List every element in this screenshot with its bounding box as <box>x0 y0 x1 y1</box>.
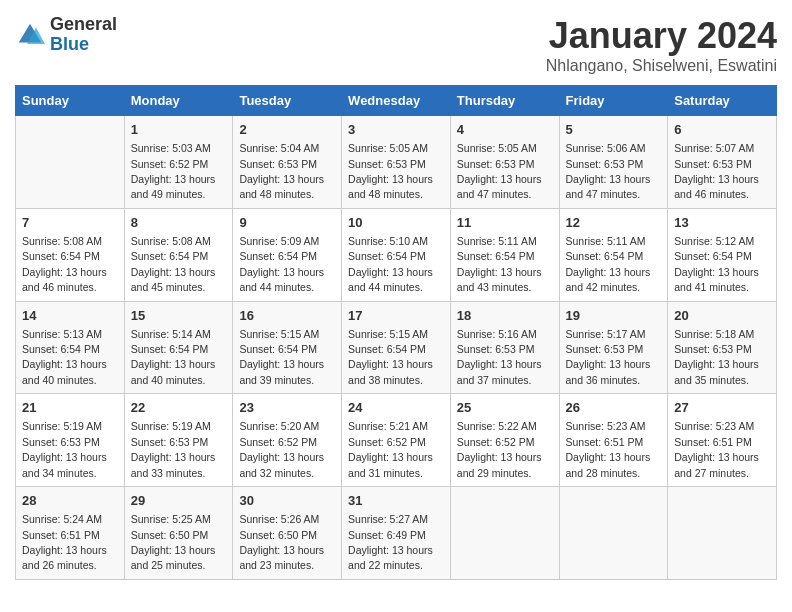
day-number: 7 <box>22 214 118 232</box>
cell-detail: Sunset: 6:54 PM <box>566 250 644 262</box>
day-number: 1 <box>131 121 227 139</box>
cell-detail: Daylight: 13 hours <box>22 358 107 370</box>
day-number: 2 <box>239 121 335 139</box>
calendar-cell: 17Sunrise: 5:15 AMSunset: 6:54 PMDayligh… <box>342 301 451 394</box>
calendar-cell: 7Sunrise: 5:08 AMSunset: 6:54 PMDaylight… <box>16 208 125 301</box>
calendar-cell: 14Sunrise: 5:13 AMSunset: 6:54 PMDayligh… <box>16 301 125 394</box>
cell-detail: Sunset: 6:54 PM <box>239 250 317 262</box>
calendar-cell: 16Sunrise: 5:15 AMSunset: 6:54 PMDayligh… <box>233 301 342 394</box>
calendar-cell: 10Sunrise: 5:10 AMSunset: 6:54 PMDayligh… <box>342 208 451 301</box>
cell-detail: Sunrise: 5:27 AM <box>348 513 428 525</box>
day-number: 26 <box>566 399 662 417</box>
cell-detail: Sunrise: 5:15 AM <box>348 328 428 340</box>
calendar-cell: 15Sunrise: 5:14 AMSunset: 6:54 PMDayligh… <box>124 301 233 394</box>
cell-detail: Daylight: 13 hours <box>131 266 216 278</box>
cell-detail: Daylight: 13 hours <box>22 266 107 278</box>
cell-detail: Sunrise: 5:11 AM <box>457 235 537 247</box>
day-number: 18 <box>457 307 553 325</box>
day-number: 14 <box>22 307 118 325</box>
calendar-cell: 12Sunrise: 5:11 AMSunset: 6:54 PMDayligh… <box>559 208 668 301</box>
day-number: 22 <box>131 399 227 417</box>
day-number: 9 <box>239 214 335 232</box>
day-number: 10 <box>348 214 444 232</box>
cell-detail: and 44 minutes. <box>348 281 423 293</box>
cell-detail: and 28 minutes. <box>566 467 641 479</box>
day-number: 8 <box>131 214 227 232</box>
cell-detail: Sunset: 6:50 PM <box>131 529 209 541</box>
calendar-week-2: 7Sunrise: 5:08 AMSunset: 6:54 PMDaylight… <box>16 208 777 301</box>
cell-detail: Sunrise: 5:14 AM <box>131 328 211 340</box>
cell-detail: Sunrise: 5:23 AM <box>566 420 646 432</box>
header-day-wednesday: Wednesday <box>342 86 451 116</box>
day-number: 31 <box>348 492 444 510</box>
cell-detail: Sunrise: 5:20 AM <box>239 420 319 432</box>
cell-detail: Daylight: 13 hours <box>348 358 433 370</box>
cell-detail: Sunrise: 5:05 AM <box>348 142 428 154</box>
calendar-table: SundayMondayTuesdayWednesdayThursdayFrid… <box>15 85 777 580</box>
title-block: January 2024 Nhlangano, Shiselweni, Eswa… <box>546 15 777 75</box>
cell-detail: Sunrise: 5:08 AM <box>131 235 211 247</box>
cell-detail: Sunset: 6:49 PM <box>348 529 426 541</box>
calendar-body: 1Sunrise: 5:03 AMSunset: 6:52 PMDaylight… <box>16 116 777 580</box>
cell-detail: Sunset: 6:54 PM <box>348 250 426 262</box>
cell-detail: Daylight: 13 hours <box>457 266 542 278</box>
cell-detail: Sunset: 6:53 PM <box>674 158 752 170</box>
calendar-cell: 25Sunrise: 5:22 AMSunset: 6:52 PMDayligh… <box>450 394 559 487</box>
cell-detail: Daylight: 13 hours <box>348 451 433 463</box>
cell-detail: Daylight: 13 hours <box>348 173 433 185</box>
cell-detail: Daylight: 13 hours <box>131 451 216 463</box>
cell-detail: Sunrise: 5:11 AM <box>566 235 646 247</box>
calendar-cell: 27Sunrise: 5:23 AMSunset: 6:51 PMDayligh… <box>668 394 777 487</box>
day-number: 3 <box>348 121 444 139</box>
calendar-cell: 6Sunrise: 5:07 AMSunset: 6:53 PMDaylight… <box>668 116 777 209</box>
calendar-cell: 31Sunrise: 5:27 AMSunset: 6:49 PMDayligh… <box>342 487 451 580</box>
cell-detail: Sunrise: 5:25 AM <box>131 513 211 525</box>
calendar-cell: 2Sunrise: 5:04 AMSunset: 6:53 PMDaylight… <box>233 116 342 209</box>
calendar-cell: 18Sunrise: 5:16 AMSunset: 6:53 PMDayligh… <box>450 301 559 394</box>
cell-detail: Sunset: 6:52 PM <box>239 436 317 448</box>
cell-detail: Sunset: 6:54 PM <box>131 343 209 355</box>
calendar-week-5: 28Sunrise: 5:24 AMSunset: 6:51 PMDayligh… <box>16 487 777 580</box>
calendar-title: January 2024 <box>546 15 777 57</box>
day-number: 25 <box>457 399 553 417</box>
cell-detail: Sunrise: 5:06 AM <box>566 142 646 154</box>
cell-detail: Sunset: 6:53 PM <box>674 343 752 355</box>
cell-detail: Sunset: 6:52 PM <box>131 158 209 170</box>
calendar-week-1: 1Sunrise: 5:03 AMSunset: 6:52 PMDaylight… <box>16 116 777 209</box>
day-number: 12 <box>566 214 662 232</box>
cell-detail: Daylight: 13 hours <box>239 451 324 463</box>
cell-detail: Daylight: 13 hours <box>22 451 107 463</box>
header-day-monday: Monday <box>124 86 233 116</box>
cell-detail: Sunset: 6:54 PM <box>22 343 100 355</box>
cell-detail: and 23 minutes. <box>239 559 314 571</box>
day-number: 28 <box>22 492 118 510</box>
calendar-week-4: 21Sunrise: 5:19 AMSunset: 6:53 PMDayligh… <box>16 394 777 487</box>
cell-detail: and 40 minutes. <box>131 374 206 386</box>
cell-detail: and 34 minutes. <box>22 467 97 479</box>
day-number: 5 <box>566 121 662 139</box>
calendar-cell: 3Sunrise: 5:05 AMSunset: 6:53 PMDaylight… <box>342 116 451 209</box>
cell-detail: Daylight: 13 hours <box>348 266 433 278</box>
cell-detail: Daylight: 13 hours <box>131 358 216 370</box>
cell-detail: and 43 minutes. <box>457 281 532 293</box>
cell-detail: Sunset: 6:53 PM <box>457 343 535 355</box>
logo-general-text: General <box>50 15 117 35</box>
cell-detail: and 47 minutes. <box>566 188 641 200</box>
cell-detail: and 27 minutes. <box>674 467 749 479</box>
cell-detail: and 49 minutes. <box>131 188 206 200</box>
cell-detail: Sunrise: 5:21 AM <box>348 420 428 432</box>
page-header: General Blue January 2024 Nhlangano, Shi… <box>15 15 777 75</box>
cell-detail: Daylight: 13 hours <box>239 358 324 370</box>
cell-detail: Sunset: 6:53 PM <box>348 158 426 170</box>
day-number: 29 <box>131 492 227 510</box>
cell-detail: Daylight: 13 hours <box>457 451 542 463</box>
cell-detail: Daylight: 13 hours <box>674 451 759 463</box>
cell-detail: and 46 minutes. <box>22 281 97 293</box>
cell-detail: and 45 minutes. <box>131 281 206 293</box>
cell-detail: Daylight: 13 hours <box>674 173 759 185</box>
cell-detail: Sunrise: 5:19 AM <box>131 420 211 432</box>
cell-detail: Sunrise: 5:08 AM <box>22 235 102 247</box>
calendar-cell: 20Sunrise: 5:18 AMSunset: 6:53 PMDayligh… <box>668 301 777 394</box>
day-number: 15 <box>131 307 227 325</box>
calendar-cell: 19Sunrise: 5:17 AMSunset: 6:53 PMDayligh… <box>559 301 668 394</box>
